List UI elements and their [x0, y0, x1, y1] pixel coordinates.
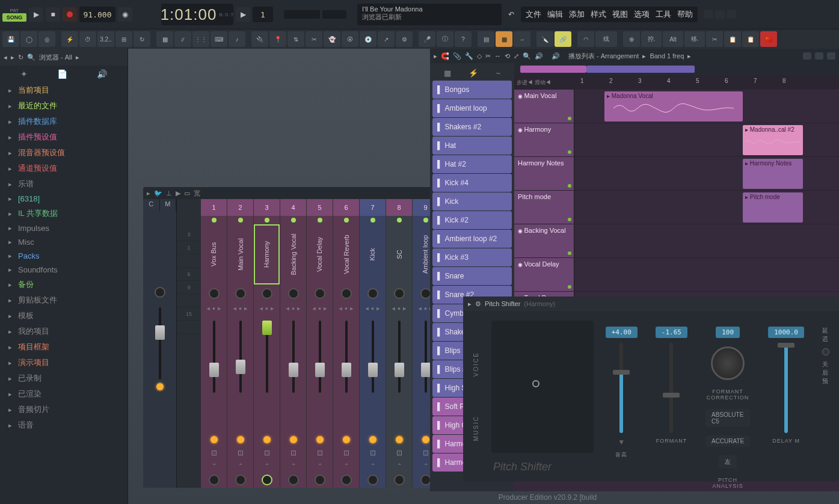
browser-item[interactable]: ▸模板 — [6, 308, 128, 324]
pitch-slider[interactable] — [619, 343, 623, 433]
pattern-play-button[interactable]: ▶ — [236, 7, 250, 22]
play-button[interactable]: ▶ — [29, 7, 43, 22]
disk-button[interactable]: 💿 — [360, 31, 376, 47]
flag-button[interactable]: 🇨🇳 — [760, 31, 777, 47]
step-button[interactable]: ▦ — [156, 31, 173, 47]
tools-button[interactable]: ⋮⋮ — [192, 31, 209, 47]
undo-button[interactable]: ↶ — [504, 7, 518, 22]
track-led[interactable] — [291, 218, 296, 223]
minimize-button[interactable] — [704, 10, 713, 19]
pl-min-btn[interactable] — [803, 52, 811, 60]
track-name-cell[interactable]: Vocal Reverb — [333, 224, 359, 284]
pl-speaker-icon[interactable]: 🔊 — [535, 52, 543, 60]
arrow-button[interactable]: ↗ — [378, 31, 395, 47]
playlist-track-row[interactable]: ◉ Harmony▸ Madonna..cal #2 — [514, 123, 839, 157]
track-lane[interactable]: ▸ Harmony Notes — [574, 157, 839, 190]
track-lane[interactable] — [574, 224, 839, 257]
pattern-number[interactable]: 1 — [253, 7, 273, 22]
browser-item[interactable]: ▸我的项目 — [6, 324, 128, 339]
track-header[interactable]: Harmony Notes — [514, 157, 574, 190]
master-fader[interactable] — [155, 325, 165, 340]
move-button[interactable]: 移. — [684, 31, 705, 47]
track-lane[interactable]: ▸ Pitch mode — [574, 191, 839, 224]
mixer-up-icon[interactable]: ⊥ — [166, 189, 172, 197]
playlist-track-row[interactable]: Harmony Notes▸ Harmony Notes — [514, 157, 839, 191]
mixer-link-icon[interactable]: ▶ — [176, 189, 180, 197]
pat-song-toggle[interactable]: PAT SONG — [2, 8, 26, 22]
browser-item[interactable]: ▸项目框架 — [6, 339, 128, 355]
mute-button[interactable] — [343, 436, 350, 443]
mixer-track[interactable]: 7 Kick ◄●► ⊡ ⌃ — [360, 199, 386, 488]
pattern-audio-icon[interactable]: ~ — [496, 69, 501, 78]
track-led[interactable] — [370, 218, 375, 223]
switch-button[interactable]: ⇅ — [287, 31, 304, 47]
browser-item[interactable]: ▸[6318] — [6, 192, 128, 206]
pattern-item[interactable]: ▌Kick #2 — [432, 211, 512, 229]
fader-cap[interactable] — [209, 363, 219, 377]
track-header[interactable]: ◉ Harmony — [514, 123, 574, 156]
save-button[interactable]: 💾 — [2, 31, 19, 47]
pattern-item[interactable]: ▌Hat #2 — [432, 155, 512, 173]
target-button[interactable]: ⦿ — [342, 31, 358, 47]
pattern-item[interactable]: ▌Shakers #2 — [432, 118, 512, 136]
arrow-right-button[interactable]: → — [514, 31, 530, 47]
pl-marker-icon[interactable]: ◇ — [477, 52, 482, 60]
pan-knob[interactable] — [315, 288, 325, 299]
browser-refresh-icon[interactable]: ↻ — [18, 54, 23, 61]
send-knob[interactable] — [394, 475, 405, 485]
track-header[interactable]: ◉ Main Vocal — [514, 90, 574, 123]
snap-button[interactable]: ⫽ — [174, 31, 191, 47]
master-mute[interactable] — [156, 383, 164, 390]
fader-cap[interactable] — [262, 321, 272, 335]
alt-button[interactable]: Alt — [663, 31, 683, 47]
slice-button[interactable]: ✂ — [306, 31, 322, 47]
xy-cursor[interactable] — [532, 380, 539, 387]
browser-item[interactable]: ▸混音器预设值 — [6, 145, 128, 161]
track-led[interactable] — [238, 218, 243, 223]
track-name-cell[interactable]: Kick — [360, 224, 386, 284]
track-name-cell[interactable]: Harmony — [254, 224, 280, 284]
pan-knob[interactable] — [341, 288, 352, 299]
browser-item[interactable]: ▸通道预设值 — [6, 161, 128, 176]
browser-item[interactable]: ▸备份 — [6, 277, 128, 292]
fader-cap[interactable] — [236, 360, 245, 374]
menu-file[interactable]: 文件 — [526, 9, 541, 20]
track-active-led[interactable] — [568, 150, 571, 154]
pattern-item[interactable]: ▌Kick #3 — [432, 248, 512, 266]
send-knob[interactable] — [235, 475, 246, 485]
mixer-width-label[interactable]: 宽 — [194, 189, 200, 198]
track-header[interactable]: Pitch mode — [514, 191, 574, 224]
pattern-item[interactable]: ▌Ambient loop — [432, 99, 512, 117]
mute-button[interactable] — [211, 436, 218, 443]
pattern-item[interactable]: ▌Snare — [432, 267, 512, 285]
pan-knob[interactable] — [262, 288, 272, 299]
pl-min-icon[interactable]: ⟲ — [505, 52, 510, 60]
menu-edit[interactable]: 编辑 — [547, 9, 563, 20]
pl-magnet-icon[interactable]: 🧲 — [441, 52, 449, 60]
track-lane[interactable]: ▸ Madonna..cal #2 — [574, 123, 839, 156]
send-knob[interactable] — [420, 475, 431, 485]
left-button[interactable]: 左 — [719, 455, 737, 469]
menu-add[interactable]: 添加 — [569, 9, 585, 20]
track-active-led[interactable] — [568, 218, 571, 221]
formant-correction-knob[interactable] — [711, 346, 745, 380]
delay-slider[interactable] — [784, 343, 788, 433]
browser-item[interactable]: ▸已录制 — [6, 370, 128, 386]
mute-button[interactable] — [422, 436, 429, 443]
pl-arrows-icon[interactable]: ↔ — [494, 52, 501, 60]
cut-tool-button[interactable]: ✂ — [706, 31, 723, 47]
browser-item[interactable]: ▸Soundfonts — [6, 263, 128, 277]
route-arrow[interactable]: ⌃ — [386, 459, 412, 472]
browser-item[interactable]: ▸当前项目 — [6, 82, 128, 98]
audio-icon[interactable]: 🔊 — [97, 69, 107, 79]
playlist-clip[interactable]: ▸ Pitch mode — [743, 192, 803, 223]
track-active-led[interactable] — [568, 184, 571, 188]
mute-button[interactable] — [316, 436, 324, 443]
route-arrow[interactable]: ⌃ — [280, 459, 306, 472]
info-button[interactable]: ⓘ — [437, 31, 453, 47]
timeline-overview[interactable] — [514, 63, 839, 75]
pin-button[interactable]: 📍 — [269, 31, 286, 47]
snap-type-button[interactable]: ◠ — [577, 31, 594, 47]
route-arrow[interactable]: ⌃ — [333, 459, 359, 472]
playlist-track-row[interactable]: ◉ Main Vocal▸ Madonna Vocal — [514, 90, 839, 123]
